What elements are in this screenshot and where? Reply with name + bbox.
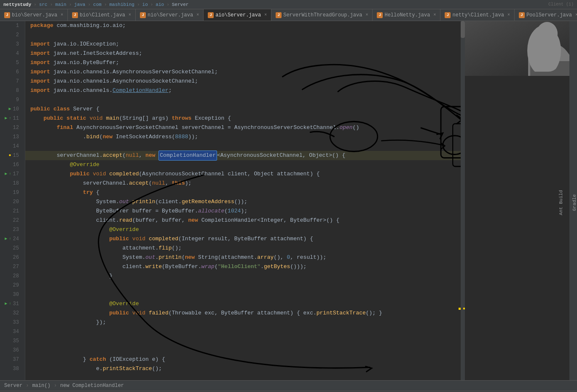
- java-icon: J: [519, 12, 525, 18]
- gutter-line-7: 7: [0, 77, 21, 86]
- tab-label: aio\Server.java: [215, 12, 261, 18]
- nav-main[interactable]: main: [55, 2, 66, 7]
- gradle-label[interactable]: Gradle: [572, 194, 577, 211]
- code-line-31: @Override: [25, 299, 461, 309]
- tab-server-thread-group[interactable]: J ServerWithThreadGroup.java ×: [271, 9, 373, 21]
- gutter-line-19: 19: [0, 188, 21, 197]
- gutter-line-11: ▶↑11: [0, 114, 21, 123]
- tab-aio-server[interactable]: J aio\Server.java ×: [204, 9, 271, 21]
- nav-src[interactable]: src: [39, 2, 48, 7]
- close-icon[interactable]: ×: [129, 13, 131, 17]
- svg-point-6: [545, 44, 562, 59]
- status-sep-2: ›: [54, 383, 57, 389]
- code-line-22: client.read(buffer, buffer, new Completi…: [25, 216, 461, 225]
- code-line-21: ByteBuffer buffer = ByteBuffer.allocate(…: [25, 207, 461, 216]
- gutter-line-5: 5: [0, 58, 21, 67]
- code-line-1: package com.mashibing.io.aio;: [25, 21, 461, 30]
- gutter-line-18: 18: [0, 179, 21, 188]
- gutter-line-16: 16: [0, 160, 21, 169]
- tab-bar: J bio\Server.java × J bio\Client.java × …: [0, 9, 577, 21]
- gutter-line-14: 14: [0, 142, 21, 151]
- status-main: main(): [32, 383, 50, 389]
- code-line-26: System.out.println(new String(attachment…: [25, 253, 461, 262]
- status-server: Server: [4, 383, 22, 389]
- tab-label: bio\Client.java: [80, 12, 125, 18]
- gutter-line-36: 36: [0, 346, 21, 355]
- nav-io[interactable]: io: [142, 2, 148, 7]
- gutter-line-31: ▶↑31: [0, 299, 21, 309]
- code-line-16: @Override: [25, 160, 461, 169]
- java-icon: J: [72, 12, 78, 18]
- code-line-28: }: [25, 271, 461, 281]
- tab-netty-client[interactable]: J netty\Client.java ×: [440, 9, 514, 21]
- tab-bio-server[interactable]: J bio\Server.java ×: [0, 9, 68, 21]
- project-name: nettystudy: [3, 2, 31, 7]
- nav-header: nettystudy › src › main › java › com › m…: [0, 0, 577, 9]
- nav-java[interactable]: java: [74, 2, 85, 7]
- close-icon[interactable]: ×: [365, 13, 368, 17]
- gutter-line-34: 34: [0, 327, 21, 336]
- close-icon[interactable]: ×: [196, 13, 199, 17]
- code-editor[interactable]: package com.mashibing.io.aio; import jav…: [25, 21, 461, 380]
- ant-build-label[interactable]: Ant Build: [558, 190, 564, 215]
- tab-nio-server[interactable]: J nio\Server.java ×: [136, 9, 204, 21]
- gutter-line-4: 4: [0, 49, 21, 58]
- gutter-line-30: 30: [0, 290, 21, 299]
- gutter-line-33: 33: [0, 318, 21, 327]
- code-line-18: serverChannel.accept(null, this);: [25, 179, 461, 188]
- java-icon: J: [445, 12, 451, 18]
- java-icon: J: [140, 12, 146, 18]
- close-icon[interactable]: ×: [507, 13, 510, 17]
- code-line-12: final AsynchronousServerSocketChannel se…: [25, 123, 461, 132]
- tab-hello-netty[interactable]: J HelloNetty.java ×: [373, 9, 440, 21]
- close-icon[interactable]: ×: [61, 13, 63, 17]
- gutter-line-29: 29: [0, 281, 21, 290]
- code-line-4: import java.net.InetSocketAddress;: [25, 49, 461, 58]
- right-panel: Gradle Ant Build: [569, 21, 577, 380]
- gutter-line-25: 25: [0, 244, 21, 253]
- code-line-30: [25, 290, 461, 299]
- code-line-37: } catch (IOException e) {: [25, 355, 461, 364]
- gutter-line-28: 28: [0, 271, 21, 281]
- tab-bio-client[interactable]: J bio\Client.java ×: [68, 9, 136, 21]
- java-icon: J: [276, 12, 282, 18]
- code-line-10: public class Server {: [25, 105, 461, 114]
- code-line-7: import java.nio.channels.AsynchronousSoc…: [25, 77, 461, 86]
- scrollbar-thumb[interactable]: [461, 21, 465, 38]
- code-line-13: .bind(new InetSocketAddress(8888));: [25, 132, 461, 142]
- main-area: 1 2 3 4 5 6 7 8 9 ▶10 ▶↑11 12 13 14 ●15 …: [0, 21, 577, 380]
- gutter-line-1: 1: [0, 21, 21, 30]
- close-icon[interactable]: ×: [433, 13, 436, 17]
- code-line-35: [25, 336, 461, 346]
- gutter-line-23: 23: [0, 225, 21, 234]
- svg-point-5: [537, 22, 558, 46]
- code-line-34: [25, 327, 461, 336]
- close-icon[interactable]: ×: [575, 13, 577, 17]
- gutter-line-6: 6: [0, 67, 21, 77]
- code-line-9: [25, 95, 461, 105]
- gutter-line-21: 21: [0, 207, 21, 216]
- gutter-line-22: 22: [0, 216, 21, 225]
- gutter-line-32: 32: [0, 309, 21, 318]
- gutter-line-20: 20: [0, 197, 21, 207]
- nav-sep: ›: [34, 2, 37, 7]
- nav-mashibing[interactable]: mashibing: [110, 2, 134, 7]
- code-line-15: serverChannel.accept(null, new Completio…: [25, 151, 461, 160]
- close-icon[interactable]: ×: [264, 13, 267, 17]
- nav-aio[interactable]: aio: [156, 2, 164, 7]
- status-sep-1: ›: [26, 383, 29, 389]
- gutter-line-38: 38: [0, 364, 21, 373]
- code-line-6: import java.nio.channels.AsynchronousSer…: [25, 67, 461, 77]
- scroll-warning-marker: [463, 308, 465, 309]
- code-line-14: [25, 142, 461, 151]
- gutter-line-10: ▶10: [0, 105, 21, 114]
- nav-com[interactable]: com: [93, 2, 102, 7]
- gutter-line-24: ▶↑24: [0, 234, 21, 244]
- gutter-line-27: 27: [0, 262, 21, 271]
- line-number-gutter: 1 2 3 4 5 6 7 8 9 ▶10 ▶↑11 12 13 14 ●15 …: [0, 21, 25, 380]
- tab-pool-server[interactable]: J PoolServer.java ×: [515, 9, 577, 21]
- gutter-line-26: 26: [0, 253, 21, 262]
- code-line-38: e.printStackTrace();: [25, 364, 461, 373]
- code-line-17: public void completed(AsynchronousSocket…: [25, 169, 461, 179]
- scrollbar[interactable]: [461, 21, 465, 380]
